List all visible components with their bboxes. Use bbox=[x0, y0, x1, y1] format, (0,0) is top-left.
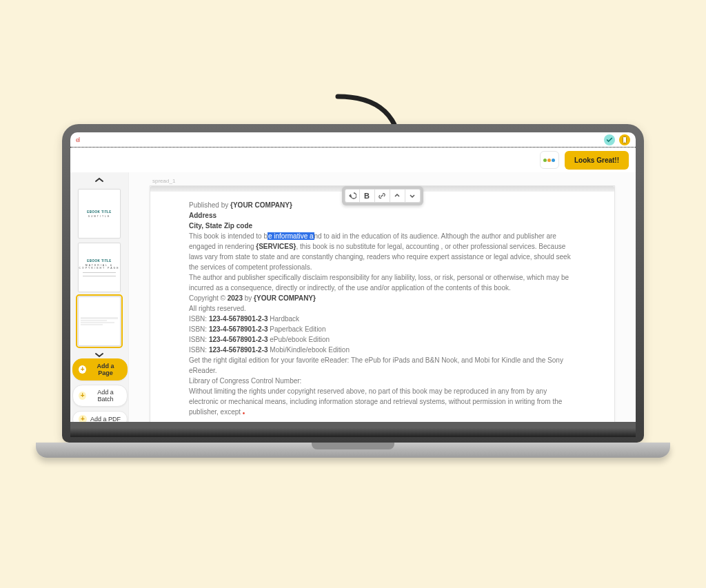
laptop-mockup: el Looks Great!! bbox=[62, 124, 644, 458]
app-window: el Looks Great!! bbox=[70, 132, 636, 422]
add-batch-button[interactable]: + Add a Batch bbox=[72, 385, 128, 407]
digital-note: Get the right digital edition for your f… bbox=[189, 355, 576, 376]
looks-great-button[interactable]: Looks Great!! bbox=[565, 151, 629, 170]
move-up-button[interactable] bbox=[390, 189, 405, 203]
document-page[interactable]: Published by {YOUR COMPANY} Address City… bbox=[150, 185, 615, 422]
text-selection-highlight: e informative a bbox=[268, 232, 314, 240]
topbar: el bbox=[70, 132, 636, 148]
isbn-line: ISBN: 123-4-5678901-2-3 ePub/ebook Editi… bbox=[189, 334, 576, 345]
undo-button[interactable] bbox=[345, 189, 360, 203]
add-batch-label: Add a Batch bbox=[90, 389, 121, 403]
add-page-button[interactable]: + Add a Page bbox=[72, 358, 128, 381]
city-line: City, State Zip code bbox=[189, 221, 576, 231]
thumb-subtitle: MATERIAL & COPYRIGHT PAGE bbox=[79, 264, 120, 270]
editor-canvas: spread_1 B bbox=[129, 172, 636, 422]
page-thumbnail-selected[interactable] bbox=[78, 296, 121, 346]
isbn-line: ISBN: 123-4-5678901-2-3 Hardback bbox=[189, 314, 576, 324]
thumb-title: EBOOK TITLE bbox=[87, 210, 112, 214]
rights-line: All rights reserved. bbox=[189, 303, 576, 314]
intro-paragraph: This book is intended to be informative … bbox=[189, 231, 576, 272]
logo-fragment: el bbox=[76, 136, 79, 143]
page-label: spread_1 bbox=[152, 178, 615, 184]
address-line: Address bbox=[189, 210, 576, 221]
loc-line: Library of Congress Control Number: bbox=[189, 376, 576, 386]
page-thumbnail-sidebar: EBOOK TITLE SUBTITLE EBOOK TITLE MATERIA… bbox=[70, 172, 129, 422]
page-thumbnail[interactable]: EBOOK TITLE SUBTITLE bbox=[78, 189, 121, 239]
move-down-button[interactable] bbox=[405, 189, 421, 203]
plus-icon: + bbox=[79, 415, 87, 422]
svg-point-1 bbox=[624, 141, 625, 142]
bold-button[interactable]: B bbox=[360, 189, 375, 203]
error-marker-icon: • bbox=[241, 409, 245, 417]
check-icon[interactable] bbox=[604, 134, 615, 145]
chevron-up-icon[interactable] bbox=[93, 175, 105, 185]
add-pdf-label: Add a PDF bbox=[90, 416, 121, 422]
thumb-subtitle: SUBTITLE bbox=[88, 215, 111, 218]
without-limit-paragraph: Without limiting the rights under copyri… bbox=[189, 386, 576, 417]
disclaimer-paragraph: The author and publisher specifically di… bbox=[189, 272, 576, 293]
isbn-line: ISBN: 123-4-5678901-2-3 Paperback Editio… bbox=[189, 324, 576, 334]
theme-colors-button[interactable] bbox=[540, 151, 559, 169]
add-page-label: Add a Page bbox=[90, 363, 121, 376]
link-button[interactable] bbox=[375, 189, 390, 203]
page-thumbnail[interactable]: EBOOK TITLE MATERIAL & COPYRIGHT PAGE bbox=[78, 243, 121, 292]
copyright-line: Copyright © 2023 by {YOUR COMPANY} bbox=[189, 293, 576, 303]
plus-icon: + bbox=[79, 365, 86, 374]
device-preview-icon[interactable] bbox=[619, 134, 630, 145]
isbn-line: ISBN: 123-4-5678901-2-3 Mobi/Kindle/eboo… bbox=[189, 345, 576, 355]
thumb-title: EBOOK TITLE bbox=[87, 259, 112, 263]
add-pdf-button[interactable]: + Add a PDF bbox=[72, 411, 128, 422]
plus-icon: + bbox=[79, 392, 86, 400]
formatting-toolbar: B bbox=[342, 186, 423, 205]
actionbar: Looks Great!! bbox=[70, 148, 636, 172]
